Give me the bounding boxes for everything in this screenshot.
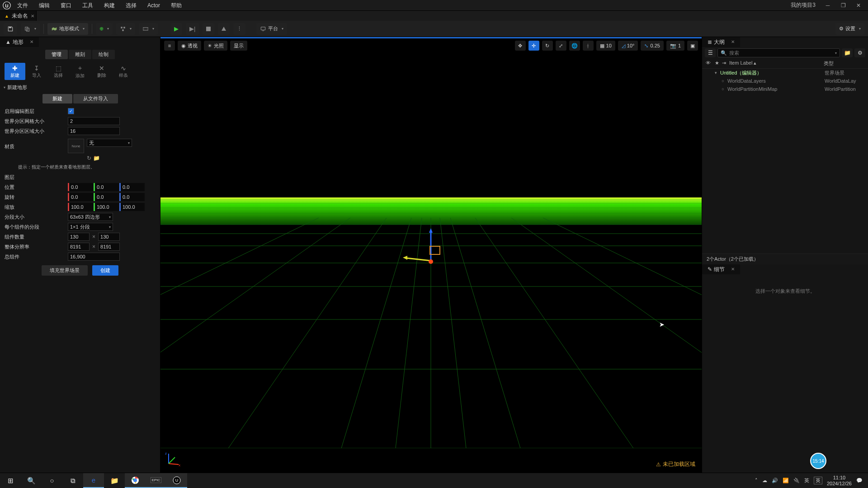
close-panel-icon[interactable]: ✕ [30,37,33,47]
menu-window[interactable]: 窗口 [55,0,77,11]
outliner-row[interactable]: ○WorldPartitionMiniMapWorldPartition [702,85,868,93]
edge-app[interactable]: e [83,473,104,488]
input-world-grid[interactable] [68,117,120,125]
outliner-row[interactable]: ○WorldDataLayersWorldDataLay [702,77,868,85]
input-resolution-y[interactable] [98,243,120,251]
browse-icon[interactable]: 📁 [93,155,100,161]
create-button[interactable]: 创建 [92,265,118,276]
tool-add[interactable]: ＋添加 [70,63,90,80]
epic-app[interactable]: EPIC [146,473,166,488]
select-section-size[interactable]: 63x63 四边形 [68,213,113,221]
input-world-region[interactable] [68,127,120,135]
viewport-show-button[interactable]: 显示 [230,41,247,51]
col-type[interactable]: 类型 [824,60,864,67]
scale-snap-button[interactable]: ⤡0.25 [641,41,663,51]
translate-mode-button[interactable]: ✢ [528,41,539,51]
platforms-button[interactable]: 平台 [256,23,287,35]
checkbox-edit-layers[interactable]: ✓ [68,108,74,114]
maximize-viewport-button[interactable]: ▣ [687,41,698,51]
menu-file[interactable]: 文件 [12,0,33,11]
use-selected-icon[interactable]: ↻ [87,155,91,161]
cortana-button[interactable]: ○ [42,473,62,488]
details-tab[interactable]: ✎ 细节 ✕ [702,264,740,274]
outliner-settings-button[interactable]: ⚙ [854,48,865,57]
maximize-button[interactable]: ❐ [835,0,851,11]
save-button[interactable] [4,23,17,35]
camera-speed-button[interactable]: 📷1 [666,41,684,51]
input-total[interactable] [68,253,120,261]
notification-center-button[interactable]: 💬 [856,478,863,483]
col-label[interactable]: Item Label ▴ [729,60,824,67]
tool-select[interactable]: ⬚选择 [48,63,69,80]
close-details-icon[interactable]: ✕ [731,264,735,274]
taskbar-clock[interactable]: 11:102024/12/26 [827,475,852,486]
coord-space-button[interactable]: 🌐 [569,41,580,51]
outliner-folder-button[interactable]: 📁 [842,48,853,57]
angle-snap-button[interactable]: ◿10° [618,41,638,51]
col-vis-icon[interactable]: 👁 [706,60,715,67]
start-button[interactable]: ⊞ [0,473,21,488]
settings-button[interactable]: ⚙ 设置 [835,23,864,35]
taskview-button[interactable]: ⧉ [62,473,83,488]
select-mode-button[interactable]: ✥ [515,41,526,51]
ime-indicator-1[interactable]: 英 [804,477,809,484]
menu-tools[interactable]: 工具 [77,0,99,11]
menu-edit[interactable]: 编辑 [33,0,55,11]
viewport-perspective-button[interactable]: ◉透视 [178,41,201,51]
step-button[interactable]: ▶| [186,23,199,35]
outliner-search-input[interactable]: 🔍 搜索 ▾ [717,48,840,57]
input-scale[interactable]: 100.0100.0100.0 [68,203,145,211]
section-new-landscape[interactable]: 新建地形 [0,83,160,92]
stop-button[interactable] [203,23,214,35]
explorer-app[interactable]: 📁 [104,473,125,488]
play-button[interactable]: ▶ [170,23,182,35]
close-button[interactable]: ✕ [851,0,866,11]
scale-mode-button[interactable]: ⤢ [556,41,566,51]
menu-select[interactable]: 选择 [120,0,142,11]
ime-indicator-2[interactable]: 英 [814,477,822,484]
col-pin-icon[interactable]: ★ [715,60,722,67]
tray-volume-icon[interactable]: 🔊 [772,478,778,483]
menu-actor[interactable]: Actor [142,0,165,11]
tray-cloud-icon[interactable]: ☁ [762,478,767,483]
save-options-button[interactable] [21,23,40,35]
tab-create-new[interactable]: 新建 [42,94,72,103]
editor-mode-select[interactable]: 地形模式 [47,23,88,35]
surface-snap-button[interactable]: ⟊ [583,41,594,51]
landscape-panel-tab[interactable]: ▲ 地形 ✕ [0,37,39,47]
tab-paint[interactable]: 绘制 [92,50,115,59]
tray-chevron-icon[interactable]: ˄ [755,478,758,483]
taskbar-search-button[interactable]: 🔍 [21,473,42,488]
viewport-menu-button[interactable]: ≡ [164,41,175,51]
recording-badge[interactable]: 15:14 [810,453,826,469]
tool-delete[interactable]: ✕删除 [91,63,112,80]
menu-build[interactable]: 构建 [99,0,120,11]
minimize-button[interactable]: ─ [820,0,835,11]
rotate-mode-button[interactable]: ↻ [542,41,553,51]
col-hier-icon[interactable]: ⇥ [722,60,729,67]
chevron-down-icon[interactable]: ▾ [835,51,837,55]
outliner-filter-button[interactable]: ☰ [705,48,716,57]
eject-button[interactable] [218,23,230,35]
tray-network-icon[interactable]: 📶 [783,478,789,483]
tab-sculpt[interactable]: 雕刻 [69,50,91,59]
input-resolution-x[interactable] [68,243,90,251]
grid-snap-button[interactable]: ▦10 [596,41,615,51]
close-tab-icon[interactable]: ✕ [31,14,34,19]
menu-help[interactable]: 帮助 [165,0,187,11]
viewport-3d[interactable]: ≡ ◉透视 ☀光照 显示 ✥ ✢ ↻ ⤢ 🌐 ⟊ ▦10 ◿10° ⤡0.25 … [160,37,702,473]
input-rotation[interactable]: 0.00.00.0 [68,193,145,201]
close-outliner-icon[interactable]: ✕ [731,37,735,47]
tool-import[interactable]: ↧导入 [26,63,47,80]
viewport-lit-button[interactable]: ☀光照 [204,41,227,51]
input-components-y[interactable] [98,233,120,241]
chrome-app[interactable] [125,473,146,488]
tab-manage[interactable]: 管理 [45,50,68,59]
tool-spline[interactable]: ∿样条 [113,63,134,80]
outliner-tab[interactable]: ≣ 大纲 ✕ [702,37,740,47]
material-select[interactable]: 无 [87,139,132,147]
outliner-row[interactable]: ▾Untitled（编辑器）世界场景 [702,69,868,77]
level-tab[interactable]: ▲ 未命名 ✕ [0,11,37,21]
input-location[interactable]: 0.00.00.0 [68,183,145,191]
fill-world-button[interactable]: 填充世界场景 [42,265,88,276]
